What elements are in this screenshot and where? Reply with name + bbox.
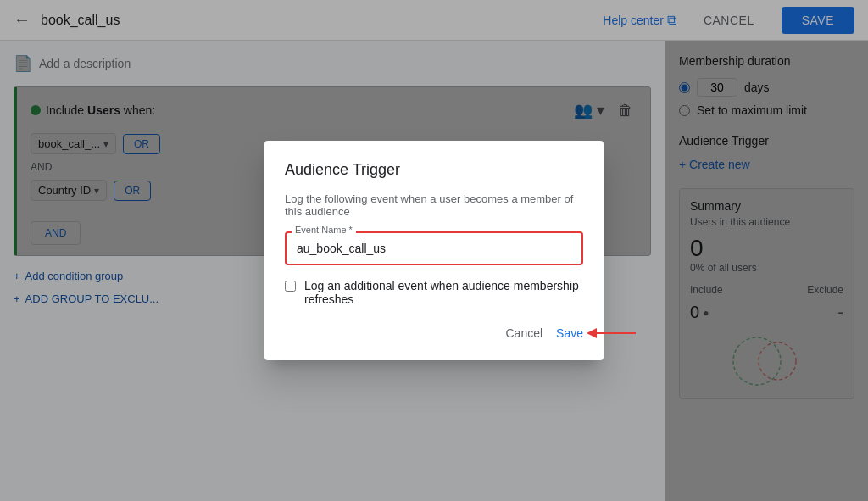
additional-event-row: Log an additional event when audience me… [285,279,583,306]
checkbox-label: Log an additional event when audience me… [304,279,583,306]
modal-subtitle: Log the following event when a user beco… [285,192,583,218]
event-name-label: Event Name * [292,225,356,235]
modal-save-button[interactable]: Save [556,326,583,340]
event-name-group: Event Name * [285,231,583,265]
modal-title: Audience Trigger [285,161,583,179]
save-arrow-annotation [587,323,637,343]
modal-cancel-button[interactable]: Cancel [505,326,542,340]
modal-overlay: Audience Trigger Log the following event… [0,0,868,501]
additional-event-checkbox[interactable] [285,281,296,292]
audience-trigger-modal: Audience Trigger Log the following event… [264,141,604,360]
event-name-input[interactable] [285,231,583,265]
main-layout: 📄 Add a description Include Users when: … [0,41,868,501]
modal-actions: Cancel Save [285,326,583,340]
